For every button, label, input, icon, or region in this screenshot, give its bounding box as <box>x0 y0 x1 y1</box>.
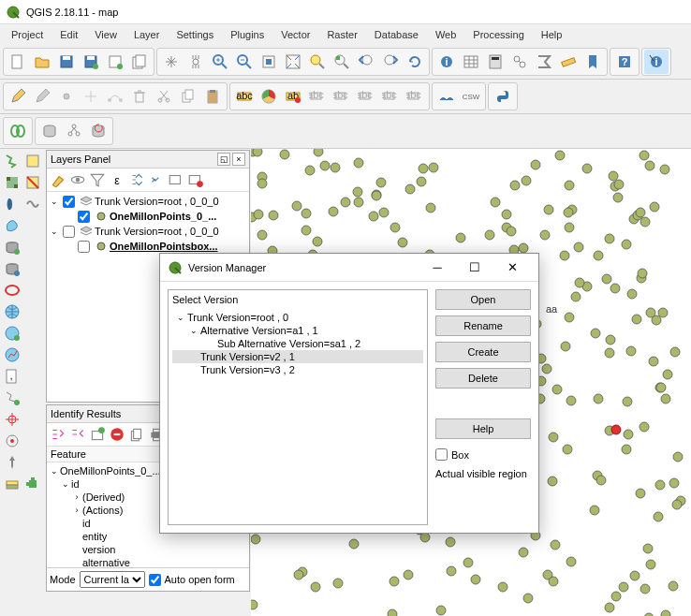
move-label-button[interactable]: abc <box>354 84 378 109</box>
menu-plugins[interactable]: Plugins <box>223 27 272 42</box>
pin-labels-button[interactable]: abc <box>305 84 330 109</box>
version-tool-button[interactable] <box>6 119 30 143</box>
menu-view[interactable]: View <box>87 27 125 42</box>
minimize-button[interactable]: ─ <box>419 255 456 281</box>
metasearch-button[interactable] <box>434 84 459 109</box>
label-button[interactable]: abc <box>232 84 257 109</box>
statistics-button[interactable] <box>532 50 556 74</box>
layer-checkbox[interactable] <box>78 211 90 223</box>
version-item[interactable]: Trunk Version=root , 0 <box>187 312 288 323</box>
add-csv-button[interactable]: , <box>2 366 22 387</box>
show-hide-labels-button[interactable]: abc <box>330 84 354 109</box>
remove-layer-button[interactable] <box>186 170 205 189</box>
menu-project[interactable]: Project <box>4 27 51 42</box>
db-manager-button[interactable] <box>37 119 62 143</box>
toggle-editing-button[interactable] <box>6 84 30 109</box>
refresh-button[interactable] <box>403 50 427 74</box>
zoom-last-button[interactable] <box>354 50 378 74</box>
create-button[interactable]: Create <box>435 342 531 362</box>
menu-database[interactable]: Database <box>367 27 426 42</box>
move-feature-button[interactable] <box>79 84 103 109</box>
help-button[interactable]: ? <box>612 50 637 74</box>
expand-all-button[interactable] <box>127 170 146 189</box>
zoom-next-button[interactable] <box>378 50 403 74</box>
add-mssql-button[interactable] <box>2 237 22 257</box>
add-wms-button[interactable] <box>2 301 22 322</box>
rotate-label-button[interactable]: abc <box>378 84 403 109</box>
deselect-button[interactable] <box>22 172 43 193</box>
delete-button[interactable]: Delete <box>435 368 531 389</box>
add-wfs-button[interactable] <box>2 345 22 365</box>
open-button[interactable]: Open <box>435 289 531 310</box>
add-raster-button[interactable] <box>2 172 22 193</box>
new-print-composer-button[interactable] <box>103 50 127 74</box>
expand-tree-button[interactable] <box>49 425 67 444</box>
identify-tool-button[interactable]: i <box>644 50 669 74</box>
collapse-all-button[interactable] <box>147 170 166 189</box>
label-highlight-button[interactable]: ab <box>281 84 305 109</box>
panel-close-button[interactable]: × <box>232 153 245 166</box>
graph-button[interactable] <box>62 119 86 143</box>
field-calculator-button[interactable] <box>483 50 507 74</box>
change-label-button[interactable]: abc <box>403 84 427 109</box>
paste-button[interactable] <box>200 84 225 109</box>
menu-web[interactable]: Web <box>428 27 463 42</box>
dialog-titlebar[interactable]: Version Manager ─ ☐ ✕ <box>160 254 538 282</box>
bookmarks-button[interactable] <box>581 50 605 74</box>
osm-button[interactable] <box>22 194 43 214</box>
node-tool-button[interactable] <box>103 84 127 109</box>
csw-button[interactable]: CSW <box>459 84 483 109</box>
rename-button[interactable]: Rename <box>435 315 531 336</box>
add-spatialite-button[interactable] <box>2 215 22 236</box>
menu-settings[interactable]: Settings <box>169 27 221 42</box>
zoom-layer-button[interactable] <box>330 50 354 74</box>
menu-help[interactable]: Help <box>534 27 570 42</box>
plugin-button[interactable] <box>22 474 43 494</box>
layer-group-checkbox[interactable] <box>63 196 75 208</box>
menu-layer[interactable]: Layer <box>126 27 168 42</box>
mode-select[interactable]: Current la <box>80 571 145 588</box>
new-shapefile-button[interactable] <box>2 388 22 408</box>
menu-processing[interactable]: Processing <box>465 27 531 42</box>
save-as-button[interactable] <box>79 50 103 74</box>
copy-results-button[interactable] <box>127 425 146 444</box>
menu-raster[interactable]: Raster <box>319 27 364 42</box>
add-db2-button[interactable] <box>2 258 22 279</box>
menu-edit[interactable]: Edit <box>52 27 85 42</box>
coord-capture-button[interactable] <box>2 409 22 430</box>
add-feature-button[interactable] <box>54 84 79 109</box>
close-button[interactable]: ✕ <box>493 255 531 281</box>
save-edits-button[interactable] <box>30 84 54 109</box>
zoom-full-button[interactable] <box>281 50 305 74</box>
expand-icon[interactable]: ⌄ <box>49 227 60 236</box>
auto-open-checkbox[interactable] <box>149 574 161 586</box>
version-item-selected[interactable]: Trunk Version=v2 , 1 <box>200 351 295 362</box>
toolbox-button[interactable] <box>507 50 532 74</box>
measure-button[interactable] <box>556 50 581 74</box>
zoom-selection-button[interactable] <box>305 50 330 74</box>
virtual-layer-button[interactable] <box>2 474 22 494</box>
open-attribute-table-button[interactable] <box>459 50 483 74</box>
style-button[interactable] <box>49 170 67 189</box>
filter-layers-button[interactable] <box>88 170 107 189</box>
zoom-in-button[interactable] <box>208 50 232 74</box>
panel-float-button[interactable]: ◱ <box>217 153 230 166</box>
help-button[interactable]: Help <box>435 418 531 439</box>
box-checkbox[interactable] <box>435 448 448 461</box>
version-tree[interactable]: ⌄Trunk Version=root , 0 ⌄Alternative Ver… <box>172 311 423 521</box>
expression-button[interactable]: ε <box>108 170 126 189</box>
collapse-tree-button[interactable] <box>68 425 87 444</box>
zoom-out-button[interactable] <box>232 50 257 74</box>
layer-group-checkbox[interactable] <box>63 226 75 238</box>
add-vector-button[interactable] <box>2 151 22 171</box>
layer-checkbox[interactable] <box>78 241 90 253</box>
add-group-button[interactable] <box>167 170 185 189</box>
gps-button[interactable] <box>2 431 22 451</box>
expand-new-button[interactable] <box>88 425 107 444</box>
save-button[interactable] <box>54 50 79 74</box>
pin-button[interactable] <box>2 452 22 473</box>
composer-manager-button[interactable] <box>127 50 152 74</box>
select-button[interactable] <box>22 151 43 171</box>
pan-button[interactable] <box>159 50 184 74</box>
pan-to-selection-button[interactable] <box>184 50 208 74</box>
